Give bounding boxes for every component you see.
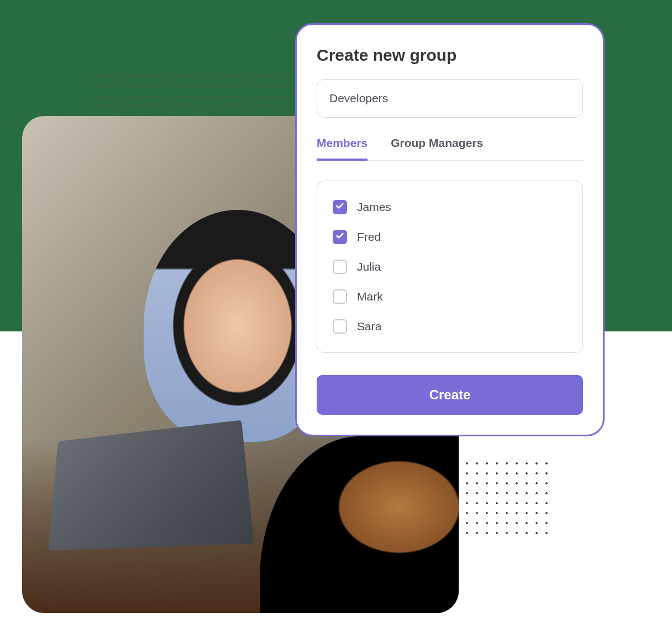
member-name-label: Sara [357, 320, 381, 333]
group-name-input[interactable] [317, 79, 583, 118]
photo-laptop [48, 420, 254, 550]
create-group-modal: Create new group Members Group Managers … [295, 23, 605, 436]
checkbox-julia[interactable] [333, 260, 347, 274]
member-list: James Fred Julia Mark Sara [317, 181, 583, 353]
checkbox-mark[interactable] [333, 289, 347, 304]
tab-group-managers[interactable]: Group Managers [391, 136, 483, 161]
checkbox-sara[interactable] [333, 319, 347, 334]
photo-person-2 [260, 436, 459, 613]
member-row-julia: Julia [330, 252, 569, 282]
member-name-label: Julia [357, 260, 381, 273]
create-button[interactable]: Create [317, 375, 583, 415]
member-name-label: Fred [357, 230, 381, 244]
checkbox-fred[interactable] [333, 230, 347, 244]
member-row-fred: Fred [330, 222, 569, 252]
checkmark-icon [335, 231, 344, 242]
modal-title: Create new group [317, 46, 583, 65]
member-name-label: Mark [357, 290, 383, 303]
checkbox-james[interactable] [333, 200, 347, 214]
checkmark-icon [335, 202, 344, 213]
tab-members[interactable]: Members [317, 136, 368, 161]
modal-tabs: Members Group Managers [317, 136, 583, 161]
member-name-label: James [357, 200, 391, 214]
member-row-james: James [330, 192, 569, 222]
member-row-sara: Sara [330, 312, 569, 341]
member-row-mark: Mark [330, 282, 569, 312]
